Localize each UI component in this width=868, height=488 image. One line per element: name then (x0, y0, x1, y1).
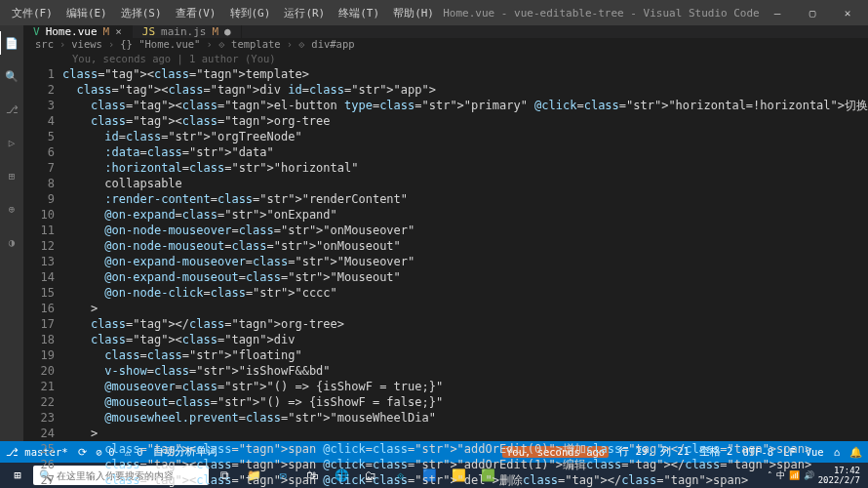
minimize-button[interactable]: — (763, 7, 792, 20)
breadcrumb[interactable]: src› views› {} "Home.vue"› ⟐ template› ⟐… (23, 38, 868, 51)
menu-run[interactable]: 运行(R) (278, 4, 331, 22)
menu-file[interactable]: 文件(F) (6, 4, 59, 22)
activity-bar: 📄 🔍 ⎇ ▷ ⊞ ⊕ ◑ (0, 25, 23, 441)
breadcrumb-item[interactable]: {} "Home.vue" (120, 38, 200, 50)
editor-area: VHome.vue M ×JSmain.js M ● ▫ ⊞ ⌵ ⋯ src› … (23, 25, 868, 441)
menu-help[interactable]: 帮助(H) (387, 4, 440, 22)
close-window-button[interactable]: ✕ (833, 7, 862, 20)
breadcrumb-item[interactable]: ⟐ div#app (298, 38, 355, 50)
explorer-icon[interactable]: 📄 (0, 31, 22, 55)
breadcrumb-item[interactable]: ⟐ template (218, 38, 281, 50)
extra-icon[interactable]: ◑ (0, 230, 23, 254)
editor-tabs: VHome.vue M ×JSmain.js M ● ▫ ⊞ ⌵ ⋯ (23, 25, 868, 38)
run-debug-icon[interactable]: ▷ (0, 131, 23, 154)
menu-view[interactable]: 查看(V) (170, 4, 222, 22)
editor-tab[interactable]: JSmain.js M ● (133, 25, 242, 38)
window-controls: — ▢ ✕ (763, 7, 862, 20)
menu-go[interactable]: 转到(G) (224, 4, 277, 22)
breadcrumb-item[interactable]: views (71, 38, 102, 50)
extensions-icon[interactable]: ⊞ (0, 164, 23, 187)
window-title: Home.vue - vue-editable-tree - Visual St… (440, 7, 763, 20)
menu-terminal[interactable]: 终端(T) (333, 4, 385, 22)
search-icon[interactable]: 🔍 (0, 64, 23, 88)
code-editor[interactable]: 1 2 3 4 5 6 7 8 9 10 11 12 13 14 15 16 1… (23, 66, 868, 488)
breadcrumb-item[interactable]: src (35, 38, 54, 50)
remote-icon[interactable]: ⊕ (0, 197, 23, 221)
title-bar: 文件(F) 编辑(E) 选择(S) 查看(V) 转到(G) 运行(R) 终端(T… (0, 0, 868, 25)
code-text[interactable]: class="tag"><class="tagn">template> clas… (62, 66, 868, 488)
editor-tab[interactable]: VHome.vue M × (23, 25, 133, 38)
menu-edit[interactable]: 编辑(E) (60, 4, 113, 22)
source-control-icon[interactable]: ⎇ (0, 98, 23, 121)
menu-selection[interactable]: 选择(S) (115, 4, 168, 22)
gitlens-blame: You, seconds ago | 1 author (You) (23, 51, 868, 66)
line-gutter: 1 2 3 4 5 6 7 8 9 10 11 12 13 14 15 16 1… (23, 66, 62, 488)
menu-bar: 文件(F) 编辑(E) 选择(S) 查看(V) 转到(G) 运行(R) 终端(T… (6, 4, 440, 22)
maximize-button[interactable]: ▢ (798, 7, 827, 20)
